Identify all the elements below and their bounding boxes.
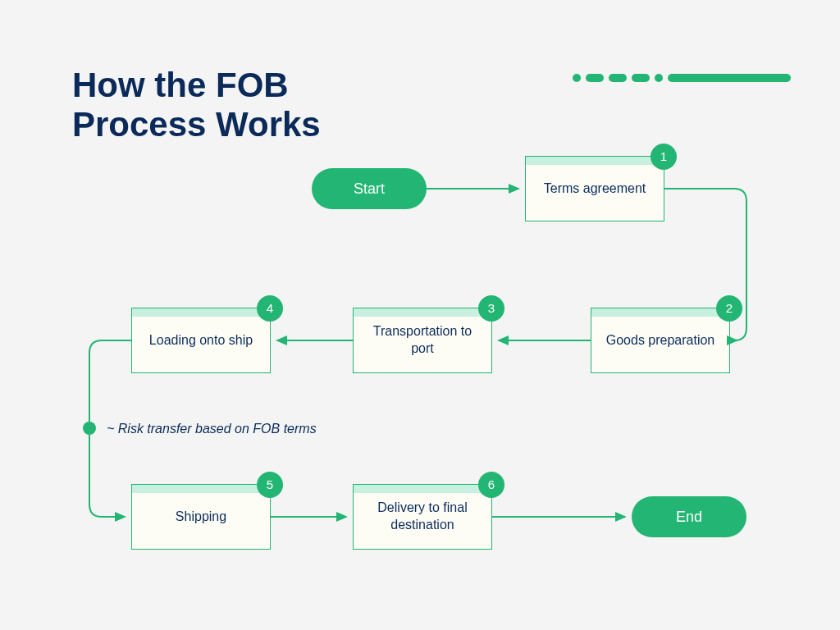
step-delivery-final: 6 Delivery to final destination	[353, 484, 492, 550]
diagram-title: How the FOBProcess Works	[72, 66, 321, 145]
step-badge: 1	[651, 144, 677, 170]
step-loading-ship: 4 Loading onto ship	[131, 308, 271, 373]
step-badge: 2	[716, 295, 742, 322]
step-transportation-port: 3 Transportation to port	[353, 308, 492, 373]
end-label: End	[676, 509, 702, 526]
step-terms-agreement: 1 Terms agreement	[525, 156, 664, 221]
decoration-dashes	[573, 74, 791, 82]
step-badge: 5	[257, 472, 283, 498]
step-badge: 3	[478, 295, 504, 322]
step-label: Delivery to final destination	[362, 500, 483, 534]
step-label: Goods preparation	[606, 332, 715, 349]
step-shipping: 5 Shipping	[131, 484, 271, 550]
step-label: Terms agreement	[544, 180, 646, 198]
step-label: Transportation to port	[362, 323, 483, 358]
step-goods-preparation: 2 Goods preparation	[591, 308, 730, 373]
risk-transfer-dot	[83, 422, 96, 435]
start-node: Start	[312, 168, 427, 209]
step-label: Shipping	[176, 509, 226, 526]
step-label: Loading onto ship	[149, 332, 253, 349]
step-badge: 4	[257, 295, 283, 322]
risk-transfer-note: ~ Risk transfer based on FOB terms	[107, 422, 317, 436]
step-badge: 6	[478, 472, 504, 498]
end-node: End	[632, 496, 746, 537]
start-label: Start	[354, 180, 385, 198]
